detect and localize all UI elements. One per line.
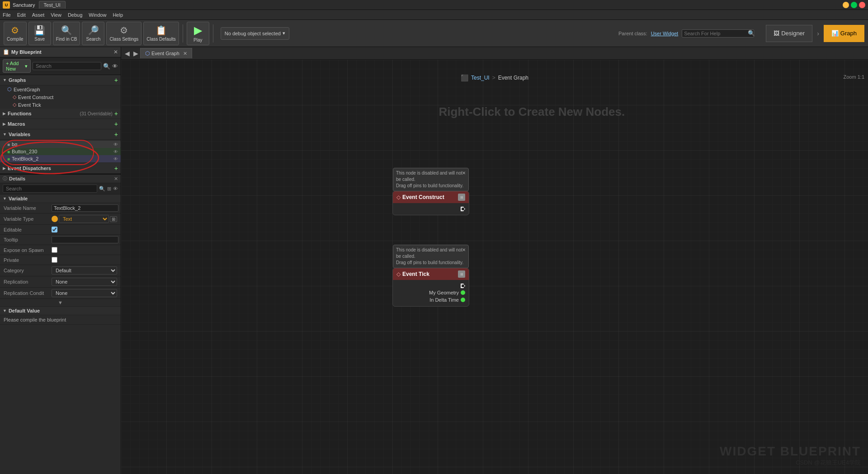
my-blueprint-search-input[interactable] bbox=[33, 62, 101, 70]
chevron-down-icon: ▾ bbox=[283, 30, 285, 36]
graph-zoom-label: Zoom 1:1 bbox=[844, 74, 864, 80]
toolbar-separator bbox=[183, 24, 183, 43]
menu-view[interactable]: View bbox=[51, 12, 61, 18]
event-graph-tab[interactable]: ⬡ Event Graph ✕ bbox=[140, 48, 192, 58]
default-value-section: ▼ Default Value Please compile the bluep… bbox=[0, 307, 121, 325]
my-blueprint-close[interactable]: ✕ bbox=[113, 49, 118, 55]
class-defaults-button[interactable]: 📋 Class Defaults bbox=[143, 22, 179, 45]
macros-header[interactable]: ▶ Macros + bbox=[0, 119, 121, 129]
variable-section-header[interactable]: ▼ Variable bbox=[0, 194, 121, 203]
toolbar: ⚙ Compile 💾 Save 🔍 Find in CB 🔎 Search ⚙… bbox=[0, 20, 868, 47]
graph-icon: 📊 bbox=[831, 30, 839, 37]
var-textblock-icon: ■ bbox=[7, 156, 10, 161]
var-textblock-eye[interactable]: 👁 bbox=[113, 156, 118, 161]
menu-window[interactable]: Window bbox=[89, 12, 106, 18]
graph-tab[interactable]: 📊 Graph bbox=[824, 25, 864, 42]
details-icon: ⓘ bbox=[3, 175, 7, 182]
class-settings-button[interactable]: ⚙ Class Settings bbox=[106, 22, 142, 45]
event-graph-item[interactable]: ⬡ EventGraph bbox=[0, 85, 121, 93]
my-blueprint-search-bar: + Add New ▾ 🔍 👁 bbox=[0, 57, 121, 75]
event-tick-node: This node is disabled and will not be ca… bbox=[392, 268, 469, 307]
var-bg-eye[interactable]: 👁 bbox=[113, 142, 118, 147]
variables-add-button[interactable]: + bbox=[114, 131, 118, 138]
compile-button[interactable]: ⚙ Compile bbox=[4, 22, 27, 45]
tab-close-button[interactable]: ✕ bbox=[183, 51, 187, 57]
macros-add-button[interactable]: + bbox=[114, 120, 118, 128]
event-tick-body: My Geometry In Delta Time bbox=[393, 280, 469, 306]
variable-type-dropdown[interactable]: Text bbox=[59, 215, 109, 223]
details-visibility-icon[interactable]: 👁 bbox=[113, 186, 118, 191]
play-button[interactable]: ▶ Play bbox=[187, 22, 209, 45]
variable-name-input[interactable] bbox=[52, 204, 118, 212]
tick-node-corner-button[interactable]: ⊞ bbox=[458, 270, 465, 278]
variable-bg-item[interactable]: ■ bg 👁 bbox=[0, 141, 121, 148]
menu-debug[interactable]: Debug bbox=[68, 12, 82, 18]
main-content: 📋 My Blueprint ✕ + Add New ▾ 🔍 👁 ▼ Graph… bbox=[0, 47, 868, 474]
help-search-input[interactable] bbox=[682, 29, 754, 38]
variables-arrow: ▼ bbox=[3, 132, 7, 137]
variable-type-selector: Text ⊞ bbox=[52, 215, 117, 223]
details-close-button[interactable]: ✕ bbox=[114, 176, 118, 182]
event-construct-item[interactable]: ◇ Event Construct bbox=[0, 93, 121, 101]
event-construct-node-icon: ◇ bbox=[396, 194, 401, 200]
tick-tooltip-close[interactable]: ✕ bbox=[462, 247, 466, 253]
search-button[interactable]: 🔎 Search bbox=[82, 22, 104, 45]
title-tab[interactable]: Test_UI bbox=[39, 1, 66, 9]
parent-class-value[interactable]: User Widget bbox=[651, 31, 679, 36]
event-construct-header: ◇ Event Construct ⊞ bbox=[393, 191, 469, 203]
details-search-input[interactable] bbox=[3, 185, 97, 193]
menu-asset[interactable]: Asset bbox=[32, 12, 45, 18]
var-bg-icon: ■ bbox=[7, 142, 10, 147]
my-blueprint-header: 📋 My Blueprint ✕ bbox=[0, 47, 121, 57]
editable-checkbox[interactable] bbox=[52, 227, 57, 232]
category-dropdown[interactable]: Default bbox=[52, 266, 117, 275]
var-button-icon: ■ bbox=[7, 149, 10, 154]
parent-class-label: Parent class: bbox=[618, 31, 647, 36]
variables-header[interactable]: ▼ Variables + bbox=[0, 129, 121, 140]
nav-back-button[interactable]: ◀ bbox=[123, 50, 132, 57]
close-button[interactable] bbox=[859, 2, 865, 8]
visibility-icon[interactable]: 👁 bbox=[112, 63, 118, 70]
nav-forward-button[interactable]: ▶ bbox=[132, 50, 140, 57]
type-array-button[interactable]: ⊞ bbox=[110, 216, 117, 222]
private-checkbox[interactable] bbox=[52, 257, 57, 263]
default-value-header[interactable]: ▼ Default Value bbox=[0, 307, 121, 315]
graphs-header[interactable]: ▼ Graphs + bbox=[0, 75, 121, 85]
expand-chevron[interactable]: ▼ bbox=[58, 300, 63, 305]
replication-dropdown[interactable]: None bbox=[52, 278, 117, 286]
replication-cond-dropdown[interactable]: None bbox=[52, 289, 117, 297]
functions-add-button[interactable]: + bbox=[114, 110, 118, 117]
add-new-button[interactable]: + Add New ▾ bbox=[3, 59, 31, 73]
find-in-cb-button[interactable]: 🔍 Find in CB bbox=[53, 22, 80, 45]
expose-on-spawn-checkbox[interactable] bbox=[52, 247, 57, 253]
save-button[interactable]: 💾 Save bbox=[28, 22, 51, 45]
event-tick-icon: ◇ bbox=[13, 102, 16, 108]
minimize-button[interactable] bbox=[843, 2, 849, 8]
event-dispatchers-add-button[interactable]: + bbox=[114, 165, 118, 172]
maximize-button[interactable] bbox=[851, 2, 857, 8]
variable-button-item[interactable]: ■ Button_230 👁 bbox=[0, 148, 121, 155]
expand-row: ▼ bbox=[0, 299, 121, 306]
node-corner-button[interactable]: ⊞ bbox=[458, 194, 465, 201]
graph-canvas[interactable]: ⬛ Test_UI > Event Graph Zoom 1:1 Right-C… bbox=[121, 60, 868, 474]
var-button-eye[interactable]: 👁 bbox=[113, 149, 118, 154]
variable-textblock-item[interactable]: ■ TextBlock_2 👁 bbox=[0, 155, 121, 162]
functions-header[interactable]: ▶ Functions (31 Overridable) + bbox=[0, 109, 121, 119]
debug-filter-dropdown[interactable]: No debug object selected ▾ bbox=[221, 27, 289, 40]
details-grid-icon[interactable]: ⊞ bbox=[107, 186, 111, 192]
graphs-add-button[interactable]: + bbox=[114, 76, 118, 84]
menu-file[interactable]: File bbox=[3, 12, 11, 18]
tick-delta-pin: In Delta Time bbox=[396, 296, 465, 303]
menu-help[interactable]: Help bbox=[113, 12, 123, 18]
details-panel-header: ⓘ Details ✕ bbox=[0, 175, 121, 183]
graph-breadcrumb: ⬛ Test_UI > Event Graph bbox=[461, 74, 528, 81]
toolbar-separator-2 bbox=[213, 24, 213, 43]
event-tick-item[interactable]: ◇ Event Tick bbox=[0, 101, 121, 109]
menu-edit[interactable]: Edit bbox=[17, 12, 26, 18]
tooltip-input[interactable] bbox=[52, 236, 118, 243]
find-icon: 🔍 bbox=[61, 25, 72, 36]
type-color-dot bbox=[52, 216, 58, 222]
designer-tab[interactable]: 🖼 Designer bbox=[766, 25, 812, 42]
event-dispatchers-header[interactable]: ▶ Event Dispatchers + bbox=[0, 163, 121, 174]
node-tooltip-close[interactable]: ✕ bbox=[462, 170, 466, 176]
